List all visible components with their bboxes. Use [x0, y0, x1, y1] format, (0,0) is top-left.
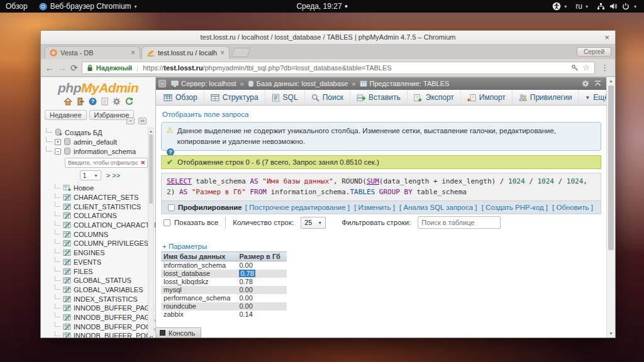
back-button[interactable]: ←: [45, 63, 54, 72]
keyboard-layout-menu[interactable]: ru ▾: [574, 2, 589, 11]
tab-insert[interactable]: Вставить: [350, 90, 408, 105]
refresh-icon[interactable]: [125, 97, 133, 106]
sidebar-scrollbar[interactable]: ▲: [148, 128, 154, 336]
tree-node[interactable]: −information_schema: [41, 146, 147, 156]
sidebar-item-files[interactable]: FILES: [41, 266, 147, 276]
clock-button[interactable]: Среда, 19:27: [296, 2, 347, 11]
table-row[interactable]: mysql0.00: [161, 286, 287, 294]
query-link-создать[interactable]: [ Создать PHP-код ]: [482, 204, 548, 211]
collapse-all-icon[interactable]: −: [126, 118, 135, 124]
tab-sql[interactable]: SQL: [265, 90, 305, 105]
browser-tab[interactable]: test.losst.ru / localh×: [142, 46, 230, 59]
query-link-изменить[interactable]: [ Изменить ]: [354, 204, 395, 211]
sidebar-item-columns[interactable]: COLUMNS: [41, 229, 147, 239]
browser-menu-button[interactable]: ⋮: [599, 63, 611, 72]
scroll-up-icon[interactable]: ▲: [607, 77, 615, 85]
window-close-button[interactable]: ×: [604, 31, 609, 44]
sidebar-item-column_privileges[interactable]: COLUMN_PRIVILEGES: [41, 239, 147, 248]
query-link-анализ[interactable]: [ Анализ SQL запроса ]: [399, 204, 477, 211]
table-search-input[interactable]: [418, 216, 501, 229]
sidebar-tab-recent[interactable]: Недавнее: [45, 110, 87, 120]
sidebar-item-character_sets[interactable]: CHARACTER_SETS: [41, 193, 147, 202]
sidebar-item-innodb_buffer_pool_[interactable]: INNODB_BUFFER_POOL_: [41, 322, 147, 331]
system-status-menu[interactable]: ▾: [596, 3, 638, 10]
table-row[interactable]: performance_schema0.00: [161, 294, 287, 302]
address-bar[interactable]: Надежный | https://test.losst.ru/phpmyad…: [82, 62, 595, 74]
page-select[interactable]: 1▼: [80, 170, 101, 180]
sql-query-text[interactable]: SELECT table_schema AS "Имя базы данных"…: [162, 173, 601, 200]
page-settings-gear-icon[interactable]: [582, 80, 589, 87]
sidebar-item-client_statistics[interactable]: CLIENT_STATISTICS: [41, 202, 147, 211]
column-header[interactable]: Имя базы данных: [161, 252, 236, 261]
scrollbar-thumb[interactable]: [608, 85, 614, 250]
scroll-down-icon[interactable]: ▼: [607, 330, 615, 337]
query-link-обновить[interactable]: [ Обновить ]: [552, 204, 593, 211]
query-link-построчное[interactable]: [ Построчное редактирование ]: [245, 204, 350, 211]
sidebar-item-index_statistics[interactable]: INDEX_STATISTICS: [41, 294, 147, 304]
sidebar-item-innodb_buffer_page_[interactable]: INNODB_BUFFER_PAGE_: [41, 313, 147, 322]
help-icon[interactable]: ?: [89, 97, 97, 106]
breadcrumb-server[interactable]: Сервер: localhost: [171, 80, 236, 87]
tab-browse[interactable]: Обзор: [157, 90, 204, 105]
sidebar-item-collations[interactable]: COLLATIONS: [41, 211, 147, 221]
tree-toggle-icon[interactable]: +: [55, 139, 61, 145]
sidebar-item-innodb_buffer_pool_[interactable]: INNODB_BUFFER_POOL_: [41, 331, 147, 337]
tab-import[interactable]: Импорт: [461, 90, 513, 105]
profile-button[interactable]: Сергей: [577, 47, 611, 57]
sidebar-item-global_status[interactable]: GLOBAL_STATUS: [41, 276, 147, 285]
sidebar-item-новое[interactable]: Новое: [41, 184, 147, 193]
sidebar-item-engines[interactable]: ENGINES: [41, 248, 147, 258]
home-icon[interactable]: [64, 97, 72, 106]
sidebar-item-collation_character[interactable]: COLLATION_CHARACTER: [41, 221, 147, 230]
forward-button[interactable]: →: [58, 63, 67, 72]
table-row[interactable]: zabbix0.14: [161, 310, 287, 319]
tree-node[interactable]: +admin_default: [41, 137, 147, 146]
browser-tab[interactable]: Vesta - DB×: [45, 46, 140, 59]
collapse-menu-icon[interactable]: [594, 80, 601, 87]
rows-count-select[interactable]: 25 ▼: [301, 217, 326, 229]
settings-gear-icon[interactable]: [113, 97, 121, 106]
options-link[interactable]: + Параметры: [162, 243, 207, 250]
console-button[interactable]: Консоль: [156, 327, 201, 337]
scroll-up-icon[interactable]: ▲: [148, 128, 153, 134]
activities-button[interactable]: Обзор: [0, 0, 33, 13]
sidebar-item-global_variables[interactable]: GLOBAL_VARIABLES: [41, 285, 147, 295]
scrollbar-thumb[interactable]: [149, 134, 153, 204]
pma-logo[interactable]: phpMyAdmin: [41, 80, 155, 96]
bookmark-star-icon[interactable]: ☆: [582, 63, 590, 72]
show-all-checkbox[interactable]: Показать все: [164, 219, 218, 226]
tree-filter-input[interactable]: [65, 160, 138, 166]
tab-export[interactable]: Экспорт: [408, 90, 461, 105]
tree-toggle-icon[interactable]: −: [55, 148, 61, 155]
password-key-icon[interactable]: [571, 64, 579, 72]
sidebar-item-events[interactable]: EVENTS: [41, 258, 147, 267]
table-row[interactable]: losst_kibqdskz0.78: [161, 278, 287, 286]
breadcrumb-database[interactable]: База данных: losst_database: [248, 80, 348, 87]
page-scrollbar[interactable]: ▲ ▼: [606, 77, 615, 337]
tab-close-icon[interactable]: ×: [131, 48, 135, 57]
accessibility-menu[interactable]: ▾: [551, 2, 568, 11]
sidebar-toggle-button[interactable]: −: [158, 80, 166, 87]
sidebar-item-innodb_buffer_page[interactable]: INNODB_BUFFER_PAGE: [41, 304, 147, 313]
tab-privileges[interactable]: Привилегии: [513, 90, 579, 105]
reload-button[interactable]: ⟳: [70, 63, 78, 72]
link-icon[interactable]: ∞: [138, 118, 147, 124]
clear-filter-icon[interactable]: ✕: [140, 160, 145, 166]
table-row[interactable]: information_schema0.00: [161, 261, 287, 270]
pagination-next-links[interactable]: > >>: [106, 172, 120, 179]
tab-close-icon[interactable]: ×: [220, 48, 225, 57]
show-query-box-link[interactable]: Отобразить поле запроса: [162, 111, 248, 118]
documentation-icon[interactable]: [101, 97, 108, 106]
column-header[interactable]: Размер в Гб: [236, 252, 287, 261]
tab-structure[interactable]: Структура: [204, 90, 265, 105]
table-row[interactable]: losst_database0.78: [161, 270, 287, 278]
tab-search[interactable]: Поиск: [305, 90, 350, 105]
profiling-checkbox[interactable]: [168, 204, 175, 211]
breadcrumb-view[interactable]: Представление: TABLES: [360, 80, 450, 87]
tab-caret[interactable]: ▼Ещё: [579, 90, 606, 105]
new-tab-button[interactable]: [231, 48, 251, 57]
window-titlebar[interactable]: test.losst.ru / localhost / losst_databa…: [41, 31, 615, 45]
logout-icon[interactable]: [77, 97, 84, 106]
app-menu-button[interactable]: Веб-браузер Chromium ▾: [33, 0, 143, 13]
tree-node[interactable]: Создать БД: [41, 128, 147, 137]
